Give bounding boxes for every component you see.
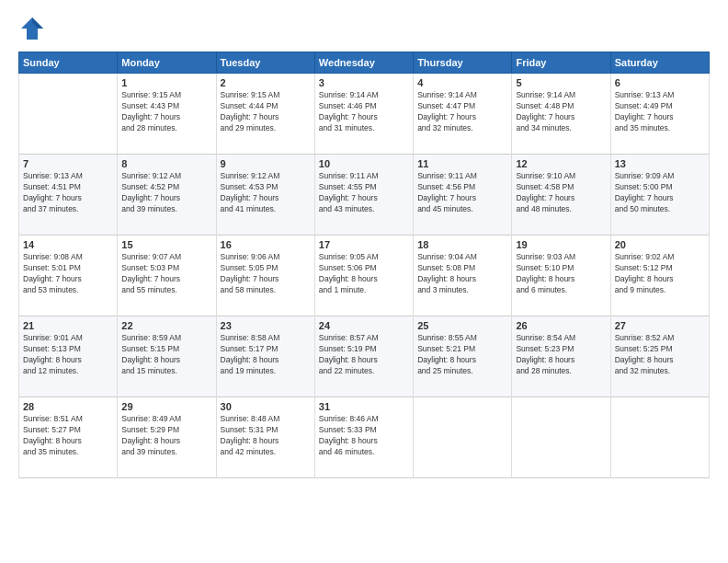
cell-5-7 (610, 397, 709, 478)
cell-content: Sunrise: 8:48 AM Sunset: 5:31 PM Dayligh… (221, 414, 311, 458)
cell-content: Sunrise: 9:12 AM Sunset: 4:53 PM Dayligh… (221, 171, 311, 215)
day-number: 10 (319, 158, 409, 169)
cell-content: Sunrise: 9:04 AM Sunset: 5:08 PM Dayligh… (417, 252, 507, 296)
cell-3-7: 20Sunrise: 9:02 AM Sunset: 5:12 PM Dayli… (610, 236, 709, 316)
logo-icon (18, 15, 46, 42)
cell-content: Sunrise: 9:14 AM Sunset: 4:46 PM Dayligh… (319, 90, 409, 134)
cell-1-6: 5Sunrise: 9:14 AM Sunset: 4:48 PM Daylig… (512, 74, 610, 155)
header (18, 15, 710, 42)
cell-content: Sunrise: 8:52 AM Sunset: 5:25 PM Dayligh… (615, 333, 705, 377)
cell-5-1: 28Sunrise: 8:51 AM Sunset: 5:27 PM Dayli… (19, 397, 118, 478)
col-header-sunday: Sunday (19, 52, 118, 74)
cell-4-2: 22Sunrise: 8:59 AM Sunset: 5:15 PM Dayli… (118, 316, 216, 397)
cell-2-1: 7Sunrise: 9:13 AM Sunset: 4:51 PM Daylig… (19, 155, 118, 236)
cell-1-4: 3Sunrise: 9:14 AM Sunset: 4:46 PM Daylig… (314, 74, 413, 155)
day-number: 29 (121, 401, 211, 412)
cell-5-6 (512, 397, 610, 478)
cell-content: Sunrise: 9:01 AM Sunset: 5:13 PM Dayligh… (23, 333, 113, 377)
cell-content: Sunrise: 9:11 AM Sunset: 4:56 PM Dayligh… (417, 171, 507, 215)
cell-content: Sunrise: 9:07 AM Sunset: 5:03 PM Dayligh… (121, 252, 211, 296)
cell-5-3: 30Sunrise: 8:48 AM Sunset: 5:31 PM Dayli… (216, 397, 314, 478)
day-number: 18 (417, 239, 507, 250)
day-number: 15 (121, 239, 211, 250)
day-number: 7 (23, 158, 113, 169)
cell-content: Sunrise: 9:13 AM Sunset: 4:51 PM Dayligh… (23, 171, 113, 215)
day-number: 12 (516, 158, 606, 169)
page: SundayMondayTuesdayWednesdayThursdayFrid… (0, 0, 728, 563)
cell-content: Sunrise: 9:05 AM Sunset: 5:06 PM Dayligh… (319, 252, 409, 296)
day-number: 1 (121, 77, 211, 88)
day-number: 20 (615, 239, 705, 250)
header-row: SundayMondayTuesdayWednesdayThursdayFrid… (19, 52, 710, 74)
day-number: 21 (23, 320, 113, 331)
cell-1-7: 6Sunrise: 9:13 AM Sunset: 4:49 PM Daylig… (610, 74, 709, 155)
cell-2-3: 9Sunrise: 9:12 AM Sunset: 4:53 PM Daylig… (216, 155, 314, 236)
col-header-saturday: Saturday (610, 52, 709, 74)
cell-2-4: 10Sunrise: 9:11 AM Sunset: 4:55 PM Dayli… (314, 155, 413, 236)
week-row-2: 7Sunrise: 9:13 AM Sunset: 4:51 PM Daylig… (19, 155, 710, 236)
day-number: 17 (319, 239, 409, 250)
day-number: 5 (516, 77, 606, 88)
cell-content: Sunrise: 9:09 AM Sunset: 5:00 PM Dayligh… (615, 171, 705, 215)
col-header-monday: Monday (118, 52, 216, 74)
cell-content: Sunrise: 8:49 AM Sunset: 5:29 PM Dayligh… (121, 414, 211, 458)
day-number: 30 (221, 401, 311, 412)
cell-2-2: 8Sunrise: 9:12 AM Sunset: 4:52 PM Daylig… (118, 155, 216, 236)
cell-content: Sunrise: 9:06 AM Sunset: 5:05 PM Dayligh… (221, 252, 311, 296)
cell-4-7: 27Sunrise: 8:52 AM Sunset: 5:25 PM Dayli… (610, 316, 709, 397)
day-number: 13 (615, 158, 705, 169)
day-number: 6 (615, 77, 705, 88)
col-header-tuesday: Tuesday (216, 52, 314, 74)
cell-4-3: 23Sunrise: 8:58 AM Sunset: 5:17 PM Dayli… (216, 316, 314, 397)
cell-content: Sunrise: 8:59 AM Sunset: 5:15 PM Dayligh… (121, 333, 211, 377)
logo (18, 15, 50, 42)
cell-2-5: 11Sunrise: 9:11 AM Sunset: 4:56 PM Dayli… (414, 155, 512, 236)
day-number: 16 (221, 239, 311, 250)
cell-content: Sunrise: 9:15 AM Sunset: 4:44 PM Dayligh… (221, 90, 311, 134)
cell-content: Sunrise: 9:12 AM Sunset: 4:52 PM Dayligh… (121, 171, 211, 215)
cell-3-5: 18Sunrise: 9:04 AM Sunset: 5:08 PM Dayli… (414, 236, 512, 316)
cell-content: Sunrise: 8:58 AM Sunset: 5:17 PM Dayligh… (221, 333, 311, 377)
day-number: 2 (221, 77, 311, 88)
cell-4-1: 21Sunrise: 9:01 AM Sunset: 5:13 PM Dayli… (19, 316, 118, 397)
cell-content: Sunrise: 9:15 AM Sunset: 4:43 PM Dayligh… (121, 90, 211, 134)
col-header-friday: Friday (512, 52, 610, 74)
cell-content: Sunrise: 8:55 AM Sunset: 5:21 PM Dayligh… (417, 333, 507, 377)
cell-1-2: 1Sunrise: 9:15 AM Sunset: 4:43 PM Daylig… (118, 74, 216, 155)
week-row-1: 1Sunrise: 9:15 AM Sunset: 4:43 PM Daylig… (19, 74, 710, 155)
day-number: 22 (121, 320, 211, 331)
cell-content: Sunrise: 9:10 AM Sunset: 4:58 PM Dayligh… (516, 171, 606, 215)
cell-content: Sunrise: 9:03 AM Sunset: 5:10 PM Dayligh… (516, 252, 606, 296)
day-number: 9 (221, 158, 311, 169)
cell-2-7: 13Sunrise: 9:09 AM Sunset: 5:00 PM Dayli… (610, 155, 709, 236)
day-number: 31 (319, 401, 409, 412)
calendar-table: SundayMondayTuesdayWednesdayThursdayFrid… (18, 52, 710, 478)
cell-2-6: 12Sunrise: 9:10 AM Sunset: 4:58 PM Dayli… (512, 155, 610, 236)
cell-1-1 (19, 74, 118, 155)
cell-4-5: 25Sunrise: 8:55 AM Sunset: 5:21 PM Dayli… (414, 316, 512, 397)
day-number: 14 (23, 239, 113, 250)
cell-3-2: 15Sunrise: 9:07 AM Sunset: 5:03 PM Dayli… (118, 236, 216, 316)
cell-3-4: 17Sunrise: 9:05 AM Sunset: 5:06 PM Dayli… (314, 236, 413, 316)
cell-5-5 (414, 397, 512, 478)
day-number: 25 (417, 320, 507, 331)
col-header-thursday: Thursday (414, 52, 512, 74)
cell-content: Sunrise: 9:14 AM Sunset: 4:48 PM Dayligh… (516, 90, 606, 134)
week-row-3: 14Sunrise: 9:08 AM Sunset: 5:01 PM Dayli… (19, 236, 710, 316)
cell-5-4: 31Sunrise: 8:46 AM Sunset: 5:33 PM Dayli… (314, 397, 413, 478)
cell-5-2: 29Sunrise: 8:49 AM Sunset: 5:29 PM Dayli… (118, 397, 216, 478)
day-number: 3 (319, 77, 409, 88)
cell-content: Sunrise: 8:51 AM Sunset: 5:27 PM Dayligh… (23, 414, 113, 458)
cell-4-4: 24Sunrise: 8:57 AM Sunset: 5:19 PM Dayli… (314, 316, 413, 397)
week-row-4: 21Sunrise: 9:01 AM Sunset: 5:13 PM Dayli… (19, 316, 710, 397)
cell-content: Sunrise: 9:13 AM Sunset: 4:49 PM Dayligh… (615, 90, 705, 134)
day-number: 11 (417, 158, 507, 169)
cell-content: Sunrise: 8:46 AM Sunset: 5:33 PM Dayligh… (319, 414, 409, 458)
cell-content: Sunrise: 8:57 AM Sunset: 5:19 PM Dayligh… (319, 333, 409, 377)
day-number: 24 (319, 320, 409, 331)
cell-3-6: 19Sunrise: 9:03 AM Sunset: 5:10 PM Dayli… (512, 236, 610, 316)
cell-content: Sunrise: 9:11 AM Sunset: 4:55 PM Dayligh… (319, 171, 409, 215)
cell-content: Sunrise: 9:02 AM Sunset: 5:12 PM Dayligh… (615, 252, 705, 296)
cell-3-3: 16Sunrise: 9:06 AM Sunset: 5:05 PM Dayli… (216, 236, 314, 316)
cell-content: Sunrise: 8:54 AM Sunset: 5:23 PM Dayligh… (516, 333, 606, 377)
